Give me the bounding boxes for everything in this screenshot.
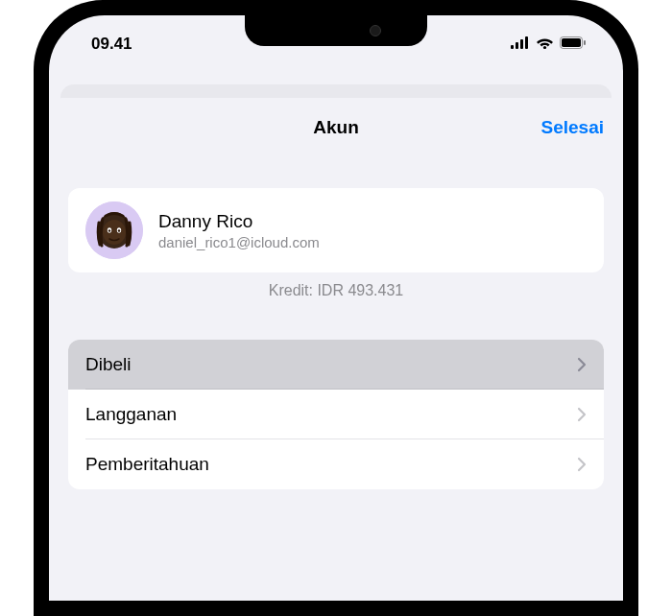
profile-info: Danny Rico daniel_rico1@icloud.com	[158, 211, 320, 250]
menu-item-label: Langganan	[85, 404, 177, 425]
account-modal: Akun Selesai	[49, 98, 623, 601]
menu-item-purchased[interactable]: Dibeli	[68, 340, 604, 390]
notch	[245, 15, 427, 46]
chevron-right-icon	[577, 357, 587, 372]
phone-screen: 09.41	[49, 15, 623, 601]
chevron-right-icon	[577, 457, 587, 472]
screen-content: 09.41	[49, 15, 623, 601]
svg-point-14	[118, 229, 120, 231]
menu-item-subscriptions[interactable]: Langganan	[68, 390, 604, 439]
svg-rect-1	[516, 42, 518, 49]
menu-item-label: Pemberitahuan	[85, 454, 209, 475]
menu-item-notifications[interactable]: Pemberitahuan	[68, 439, 604, 489]
modal-header: Akun Selesai	[49, 98, 623, 157]
modal-title: Akun	[313, 117, 359, 138]
phone-body: 09.41	[34, 0, 638, 616]
menu-item-label: Dibeli	[85, 354, 132, 375]
svg-point-4	[543, 46, 546, 49]
wifi-icon	[536, 36, 554, 53]
front-camera	[370, 25, 381, 36]
credit-text: Kredit: IDR 493.431	[49, 282, 623, 299]
svg-rect-0	[511, 45, 514, 49]
profile-name: Danny Rico	[158, 211, 320, 232]
svg-rect-6	[562, 38, 581, 47]
cellular-icon	[511, 36, 530, 53]
status-time: 09.41	[78, 27, 132, 54]
done-button[interactable]: Selesai	[541, 117, 605, 138]
status-icons	[511, 28, 594, 53]
battery-icon	[560, 36, 587, 53]
menu-list: Dibeli Langganan Pemberitahuan	[68, 340, 604, 489]
svg-rect-3	[525, 36, 528, 49]
chevron-right-icon	[577, 407, 587, 422]
svg-rect-2	[520, 39, 523, 49]
avatar	[85, 201, 143, 259]
svg-rect-7	[584, 40, 586, 45]
svg-point-13	[108, 229, 110, 231]
profile-email: daniel_rico1@icloud.com	[158, 234, 320, 250]
profile-card[interactable]: Danny Rico daniel_rico1@icloud.com	[68, 188, 604, 272]
